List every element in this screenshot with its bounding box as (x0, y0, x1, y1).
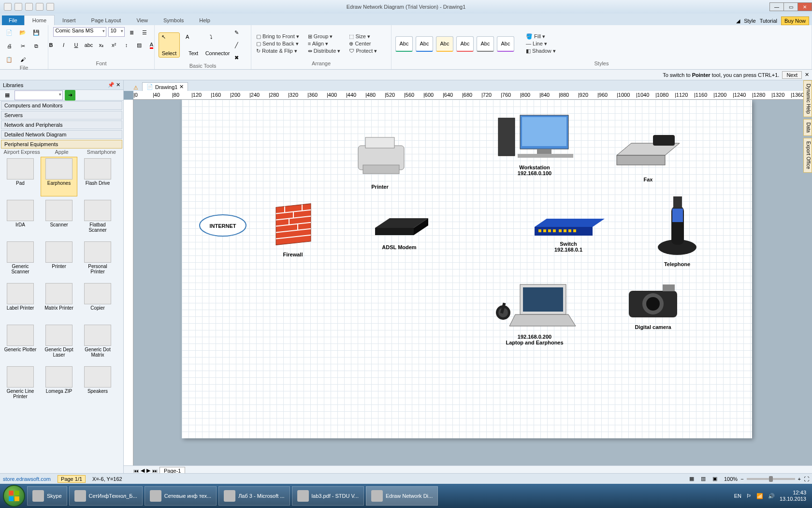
tray-sound-icon[interactable]: 🔊 (768, 493, 775, 499)
text-tool[interactable]: A Text (183, 32, 204, 58)
hint-close-icon[interactable]: ✕ (805, 72, 809, 78)
link-tutorial[interactable]: Tutorial (760, 18, 777, 24)
qat-undo-icon[interactable] (14, 3, 22, 11)
align-btn[interactable]: ≡ Align ▾ (307, 41, 342, 47)
superscript-icon[interactable]: x² (109, 40, 119, 50)
shape-personal-printer[interactable]: Personal Printer (79, 240, 116, 280)
distribute-btn[interactable]: ⇹ Distribute ▾ (307, 48, 342, 54)
libcat-computers[interactable]: Computers and Monitors (1, 101, 122, 110)
shape-flash-drive[interactable]: Flash Drive (79, 157, 116, 196)
size-btn[interactable]: ⬚ Size ▾ (348, 33, 378, 40)
taskbar-app[interactable]: Edraw Network Di... (366, 486, 438, 506)
shape-generic-scanner[interactable]: Generic Scanner (2, 240, 39, 280)
line-dropdown[interactable]: — Line ▾ (525, 41, 557, 47)
libcat-network[interactable]: Network and Peripherals (1, 120, 122, 129)
status-url[interactable]: store.edrawsoft.com (3, 476, 51, 482)
node-switch[interactable]: Switch 192.168.0.1 (530, 215, 607, 253)
tray-clock[interactable]: 12:43 13.10.2013 (780, 490, 806, 502)
lib-go-icon[interactable]: ➜ (65, 90, 75, 101)
file-tab[interactable]: File (2, 15, 24, 25)
italic-icon[interactable]: I (58, 40, 69, 50)
highlight-icon[interactable]: ▨ (134, 40, 145, 50)
page-nav-first[interactable]: ⏮ (133, 468, 139, 474)
taskbar-app[interactable]: СетИнфТехнол_Б... (69, 486, 143, 506)
new-icon[interactable]: 📄 (4, 27, 14, 38)
shape-matrix-printer[interactable]: Matrix Printer (41, 282, 77, 321)
style-preset-6[interactable]: Abc (497, 36, 514, 52)
qat-save-icon[interactable] (4, 3, 12, 11)
page-nav-last[interactable]: ⏭ (152, 468, 158, 474)
tray-lang[interactable]: EN (734, 493, 741, 499)
format-painter-icon[interactable]: 🖌 (17, 54, 28, 65)
buy-now-button[interactable]: Buy Now (781, 16, 809, 25)
protect-btn[interactable]: 🛡 Protect ▾ (348, 48, 378, 54)
tray-flag-icon[interactable]: 🏳 (746, 493, 752, 499)
maximize-button[interactable]: ▭ (783, 2, 798, 11)
group-btn[interactable]: ⊞ Group ▾ (307, 33, 342, 40)
qat-print-icon[interactable] (36, 3, 44, 11)
libcat-peripheral[interactable]: Peripheral Equipments (1, 140, 122, 149)
node-modem[interactable]: ADSL Modem (365, 204, 433, 250)
subscript-icon[interactable]: x₂ (96, 40, 107, 50)
tab-symbols[interactable]: Symbols (156, 15, 191, 25)
taskbar-app[interactable]: Лаб 3 - Microsoft ... (218, 486, 290, 506)
cut-icon[interactable]: ✂ (17, 41, 28, 51)
print-icon[interactable]: 🖨 (4, 41, 14, 51)
zoom-in-icon[interactable]: + (798, 476, 801, 482)
shape-lomega-zip[interactable]: Lomega ZIP (41, 365, 77, 404)
tab-page-layout[interactable]: Page Layout (84, 15, 129, 25)
taskbar-app[interactable]: Сетевые инф тех... (145, 486, 217, 506)
alert-icon[interactable]: ⚠ (133, 85, 138, 91)
font-name-combo[interactable]: Comic Sans MS (53, 27, 106, 37)
taskbar-app[interactable]: lab3.pdf - STDU V... (292, 486, 364, 506)
panel-pin-icon[interactable]: 📌 ✕ (108, 82, 120, 88)
erase-icon[interactable]: ✖ (231, 52, 242, 63)
zoom-fit-icon[interactable]: ⛶ (804, 476, 809, 482)
open-icon[interactable]: 📂 (17, 27, 28, 38)
shape-generic-plotter[interactable]: Generic Plotter (2, 323, 39, 363)
shape-irda[interactable]: IrDA (2, 198, 39, 238)
link-style[interactable]: Style (744, 18, 755, 24)
doc-close-icon[interactable]: ✕ (179, 84, 184, 90)
pencil-icon[interactable]: ✎ (231, 27, 242, 38)
style-preset-2[interactable]: Abc (416, 36, 433, 52)
shape-pad[interactable]: Pad (2, 157, 39, 196)
rail-export[interactable]: Export Office (803, 138, 812, 173)
shape-generic-dept-laser[interactable]: Generic Dept Laser (41, 323, 77, 363)
shape-speakers[interactable]: Speakers (79, 365, 116, 404)
shape-generic-dot-matrix[interactable]: Generic Dot Matrix (79, 323, 116, 363)
node-telephone[interactable]: Telephone (653, 192, 701, 267)
shape-flatbad-scanner[interactable]: Flatbad Scanner (79, 198, 116, 238)
node-laptop[interactable]: 192.168.0.200 Laptop and Earphones (491, 279, 578, 345)
qat-more-icon[interactable] (46, 3, 54, 11)
shadow-dropdown[interactable]: ◧ Shadow ▾ (525, 48, 557, 54)
minimize-button[interactable]: — (769, 2, 784, 11)
shape-earphones[interactable]: Earphones (41, 157, 77, 196)
taskbar-app[interactable]: Skype (27, 486, 67, 506)
select-tool[interactable]: ↖ Select (159, 32, 180, 58)
node-printer[interactable]: Printer (346, 129, 414, 190)
drawing-page[interactable]: INTERNET Firewall (182, 100, 752, 438)
canvas-viewport[interactable]: INTERNET Firewall (124, 100, 812, 465)
fill-dropdown[interactable]: 🪣 Fill ▾ (525, 33, 557, 40)
shape-printer[interactable]: Printer (41, 240, 77, 280)
tab-view[interactable]: View (129, 15, 156, 25)
numbering-icon[interactable]: ☰ (139, 27, 150, 38)
view-full-icon[interactable]: ▣ (712, 476, 717, 482)
caret-icon[interactable]: ◢ (736, 18, 740, 24)
style-preset-5[interactable]: Abc (477, 36, 494, 52)
view-normal-icon[interactable]: ▦ (689, 476, 694, 482)
shape-scanner[interactable]: Scanner (41, 198, 77, 238)
node-fax[interactable]: Fax (607, 126, 689, 182)
rotate-flip[interactable]: ↻ Rotate & Flip ▾ (255, 48, 300, 54)
shape-generic-line-printer[interactable]: Generic Line Printer (2, 365, 39, 404)
node-workstation[interactable]: Workstation 192.168.0.100 (491, 109, 578, 176)
doc-tab-drawing1[interactable]: 📄 Drawing1 ✕ (142, 82, 188, 91)
hint-next-button[interactable]: Next (782, 71, 802, 79)
tray-network-icon[interactable]: 📶 (756, 493, 763, 499)
copy-icon[interactable]: ⧉ (31, 41, 42, 51)
shape-label-printer[interactable]: Label Printer (2, 282, 39, 321)
line-tool-icon[interactable]: ╱ (231, 40, 242, 50)
start-button[interactable] (3, 485, 25, 507)
libcat-servers[interactable]: Servers (1, 111, 122, 120)
